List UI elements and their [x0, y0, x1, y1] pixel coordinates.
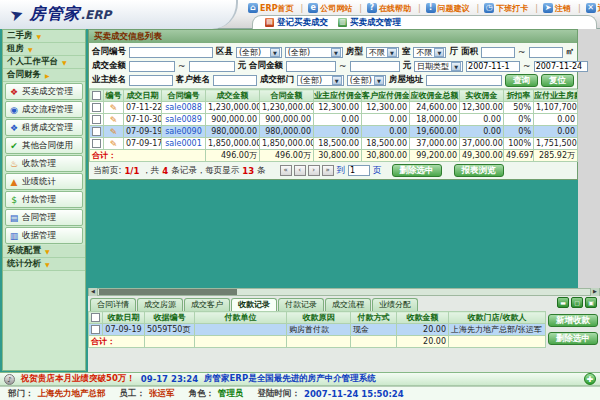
- date-to-input[interactable]: [534, 61, 588, 72]
- scroll-control-icon[interactable]: ✚: [584, 373, 596, 385]
- sidebar: 二手房 ▼ 租房 ▼ 个人工作平台 ▼ 合同财务 ▶ ❖ 买卖成交管理 ◉ 成交…: [2, 29, 86, 371]
- district2-select[interactable]: (全部)▼: [285, 47, 343, 58]
- row-checkbox[interactable]: [92, 127, 101, 136]
- row-checkbox[interactable]: [91, 325, 100, 334]
- date-from-input[interactable]: [466, 61, 520, 72]
- menu-item-label: 注销: [555, 3, 571, 14]
- sidebar-item[interactable]: $ 付款管理: [5, 191, 83, 208]
- pager-button[interactable]: «: [280, 165, 292, 176]
- top-menu-item[interactable]: ◷ 下班打卡: [484, 3, 543, 14]
- add-payment-button[interactable]: 新增收款: [548, 314, 598, 327]
- detail-tab[interactable]: 业绩分配: [372, 298, 418, 311]
- sidebar-item[interactable]: ❖ 买卖成交管理: [5, 83, 83, 100]
- sidebar-item[interactable]: 系统配置 ▼: [3, 245, 85, 258]
- district-select[interactable]: (全部)▼: [236, 47, 282, 58]
- report-view-button[interactable]: 报表浏览: [454, 164, 504, 177]
- scroll-left-icon[interactable]: ◀: [89, 288, 98, 296]
- sidebar-item[interactable]: 合同财务 ▶: [3, 69, 85, 82]
- dept-select[interactable]: (全部)▼: [297, 75, 344, 86]
- detail-tab[interactable]: 付款记录: [278, 298, 324, 311]
- pager-button[interactable]: »: [322, 165, 334, 176]
- module-tab[interactable]: ▥ 买卖成交管理: [338, 17, 401, 29]
- table-row[interactable]: ✎ 07-09-17 sale0001 1,850,000.00 1,850,0…: [90, 138, 578, 150]
- panel-control-icon[interactable]: ▣: [585, 297, 597, 308]
- sidebar-item[interactable]: ▤ 合同管理: [5, 209, 83, 226]
- sidebar-item[interactable]: 个人工作平台 ▼: [3, 56, 85, 69]
- contract-link[interactable]: sale0089: [162, 114, 206, 126]
- top-menu-item[interactable]: ? 在线帮助: [367, 3, 426, 14]
- contract-link[interactable]: sale0001: [162, 138, 206, 150]
- top-menu-item[interactable]: ➤ 注销: [543, 3, 586, 14]
- sidebar-item[interactable]: ▥ 收据管理: [5, 227, 83, 244]
- detail-tab[interactable]: 成交流程: [325, 298, 371, 311]
- row-checkbox[interactable]: [92, 103, 101, 112]
- detail-tab[interactable]: 成交客户: [184, 298, 230, 311]
- edit-pencil-icon[interactable]: ✎: [110, 115, 118, 125]
- sidebar-item[interactable]: ♨ 收款管理: [5, 155, 83, 172]
- top-menu-item[interactable]: e 公司网站: [308, 3, 367, 14]
- sidebar-item[interactable]: ❖ 租赁成交管理: [5, 119, 83, 136]
- sidebar-item[interactable]: ▲ 业绩统计: [5, 173, 83, 190]
- role-label: 角色：: [189, 388, 215, 400]
- halls-select[interactable]: 不限▼: [413, 47, 446, 58]
- deal-amount-max-input[interactable]: [189, 61, 235, 72]
- module-tab[interactable]: ▤ 登记买卖成交: [265, 17, 328, 29]
- top-menu-item[interactable]: ⌂ ERP首页: [248, 3, 308, 14]
- detail-tab[interactable]: 收款记录: [231, 298, 277, 311]
- top-menu-item[interactable]: ✕ 退出: [586, 3, 600, 14]
- deal-amount-min-input[interactable]: [129, 61, 175, 72]
- address-input[interactable]: [426, 75, 502, 86]
- sidebar-item[interactable]: 统计分析 ▼: [3, 258, 85, 271]
- panel-control-icon[interactable]: ▬: [557, 297, 569, 308]
- contract-no-input[interactable]: [129, 47, 213, 58]
- delete-selected-button[interactable]: 删除选中: [392, 164, 442, 177]
- top-menu-item[interactable]: ! 问题建议: [426, 3, 485, 14]
- dept-label: 成交部门: [260, 74, 294, 86]
- pager-button[interactable]: ‹: [294, 165, 306, 176]
- area-min-input[interactable]: [481, 47, 515, 58]
- announcement-slogan: 房管家ERP是全国最先进的房产中介管理系统: [204, 373, 376, 385]
- page-indicator: 1/1: [124, 166, 139, 176]
- scroll-right-icon[interactable]: ▶: [590, 288, 599, 296]
- contract-amount-min-input[interactable]: [286, 61, 336, 72]
- table-row[interactable]: ✎ 07-09-19 sale0090 980,000.00 980,000.0…: [90, 126, 578, 138]
- contract-amount-max-input[interactable]: [350, 61, 400, 72]
- detail-tab[interactable]: 成交房源: [137, 298, 183, 311]
- search-button[interactable]: 查询: [505, 74, 538, 87]
- dept2-select[interactable]: (全部)▼: [347, 75, 386, 86]
- contract-link[interactable]: sale0090: [162, 126, 206, 138]
- sidebar-item[interactable]: ✔ 其他合同使用: [5, 137, 83, 154]
- table-row[interactable]: ✎ 07-10-30 sale0089 900,000.00 900,000.0…: [90, 114, 578, 126]
- rooms-select[interactable]: 不限▼: [366, 47, 399, 58]
- edit-pencil-icon[interactable]: ✎: [110, 127, 118, 137]
- menu-item-icon: ⌂: [248, 3, 258, 13]
- edit-pencil-icon[interactable]: ✎: [110, 103, 118, 113]
- sidebar-item[interactable]: ◉ 成交流程管理: [5, 101, 83, 118]
- delete-payment-button[interactable]: 删除选中: [548, 332, 598, 345]
- area-max-input[interactable]: [529, 47, 563, 58]
- filter-form: 合同编号 区县 (全部)▼ (全部)▼ 房型 不限▼ 室 不限▼ 厅 面积 ~ …: [89, 43, 577, 89]
- select-all-checkbox[interactable]: [92, 91, 101, 100]
- module-tab-icon: ▥: [338, 18, 347, 27]
- row-checkbox[interactable]: [92, 115, 101, 124]
- detail-tab[interactable]: 合同详情: [90, 298, 136, 311]
- chevron-down-icon: ▼: [387, 48, 397, 57]
- pager-button[interactable]: ›: [308, 165, 320, 176]
- table-row[interactable]: ✎ 07-11-22 sale0088 1,230,000.00 1,230,0…: [90, 102, 578, 114]
- row-checkbox[interactable]: [92, 139, 101, 148]
- panel-control-icon[interactable]: ▢: [571, 297, 583, 308]
- reset-button[interactable]: 复位: [541, 74, 574, 87]
- contract-link[interactable]: sale0088: [162, 102, 206, 114]
- sidebar-item[interactable]: 租房 ▼: [3, 43, 85, 56]
- sidebar-item-icon: ❖: [8, 87, 20, 97]
- horizontal-scrollbar[interactable]: ◀ ▶: [88, 288, 600, 296]
- goto-page-input[interactable]: [348, 165, 370, 176]
- sidebar-item[interactable]: 二手房 ▼: [3, 30, 85, 43]
- edit-pencil-icon[interactable]: ✎: [110, 139, 118, 149]
- select-all-checkbox[interactable]: [91, 313, 100, 322]
- payment-row[interactable]: 07-09-19 5059T50页 购房首付款 现金 20.00 上海先力地产总…: [89, 324, 546, 336]
- customer-name-input[interactable]: [213, 75, 257, 86]
- date-type-select[interactable]: 日期类型▼: [414, 61, 463, 72]
- owner-name-input[interactable]: [129, 75, 173, 86]
- scrollbar-thumb[interactable]: [99, 289, 237, 295]
